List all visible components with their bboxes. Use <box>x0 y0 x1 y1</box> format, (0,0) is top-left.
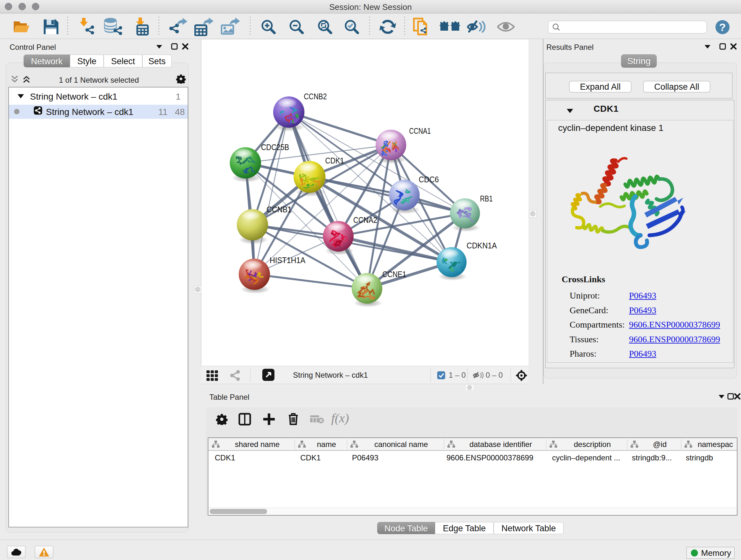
svg-text:CDC6: CDC6 <box>419 175 439 184</box>
svg-text:CDC25B: CDC25B <box>261 142 289 152</box>
svg-text:CCNB2: CCNB2 <box>304 91 327 101</box>
svg-text:CCNA1: CCNA1 <box>409 126 431 136</box>
svg-text:CCNA2: CCNA2 <box>353 215 377 225</box>
svg-text:HIST1H1A: HIST1H1A <box>270 255 306 265</box>
svg-text:CDK1: CDK1 <box>325 156 344 165</box>
svg-text:CCNE1: CCNE1 <box>382 269 406 279</box>
svg-text:RB1: RB1 <box>480 194 493 203</box>
svg-text:CDKN1A: CDKN1A <box>467 241 497 250</box>
svg-text:CCNB1: CCNB1 <box>266 205 292 214</box>
